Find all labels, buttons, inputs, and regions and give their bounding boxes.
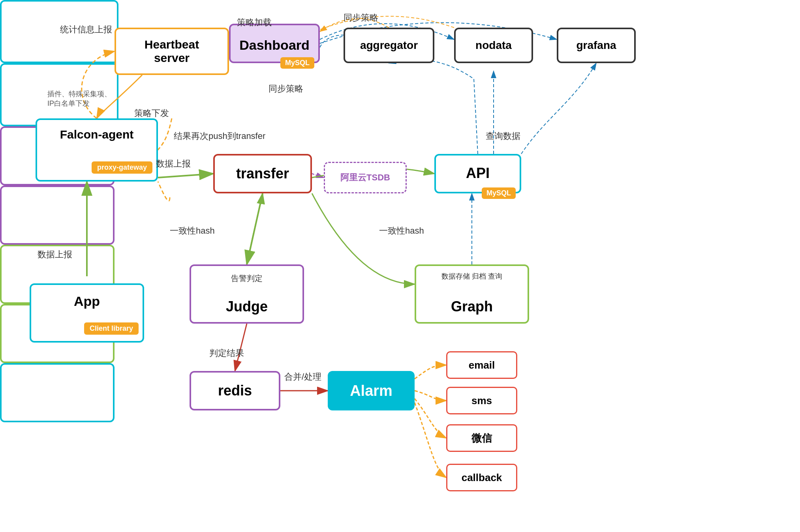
api-mysql-badge: MySQL — [482, 187, 516, 199]
email-node: email — [446, 351, 517, 379]
label-hebing: 合并/处理 — [284, 371, 321, 383]
aggregator-node: aggregator — [344, 28, 434, 63]
label-chaxun: 查询数据 — [486, 130, 520, 142]
judge-top-label: 告警判定 — [191, 273, 302, 284]
transfer-node: transfer — [213, 154, 312, 193]
nodata-node: nodata — [454, 28, 533, 63]
label-panding: 判定结果 — [209, 347, 244, 359]
client-library-badge: Client library — [84, 322, 139, 335]
api-label: API — [466, 162, 490, 182]
judge-label: Judge — [226, 298, 268, 315]
falcon-agent-node: Falcon-agent proxy-gateway — [36, 118, 158, 182]
proxy-gateway-badge: proxy-gateway — [92, 161, 152, 174]
label-yizhi1: 一致性hash — [170, 225, 215, 237]
callback-node: callback — [446, 464, 517, 491]
label-yizhi2: 一致性hash — [379, 225, 424, 237]
label-tongbu2: 同步策略 — [269, 83, 303, 95]
callback-label: callback — [462, 472, 502, 484]
judge-back1 — [0, 185, 115, 245]
redis-label: redis — [218, 382, 252, 399]
sms-node: sms — [446, 387, 517, 414]
label-data-shangbao2: 数据上报 — [38, 249, 72, 260]
transfer-label: transfer — [236, 165, 289, 182]
falcon-agent-label: Falcon-agent — [60, 128, 134, 141]
alarm-label: Alarm — [350, 382, 392, 399]
graph-node: 数据存储 归档 查询 Graph — [415, 264, 529, 324]
app-node: App Client library — [30, 283, 144, 343]
aliyun-tsdb-label: 阿里云TSDB — [340, 172, 390, 184]
dashboard-mysql-badge: MySQL — [280, 57, 314, 69]
weixin-label: 微信 — [471, 431, 492, 445]
api-node: API MySQL — [434, 154, 521, 193]
label-data-shangbao1: 数据上报 — [156, 158, 191, 170]
app-label: App — [74, 294, 100, 309]
label-tongbu1: 同步策略 — [344, 12, 378, 24]
graph-top-label: 数据存储 归档 查询 — [416, 272, 528, 281]
aggregator-label: aggregator — [360, 39, 418, 52]
heartbeat-label: Heartbeat server — [145, 38, 199, 65]
label-celue-xiafa: 策略下发 — [134, 107, 169, 119]
grafana-node: grafana — [557, 28, 636, 63]
judge-node: 告警判定 Judge — [190, 264, 304, 324]
grafana-label: grafana — [576, 39, 616, 52]
sms-label: sms — [471, 395, 492, 407]
label-jieguo-push: 结果再次push到transfer — [174, 130, 265, 142]
label-tongji: 统计信息上报 — [60, 24, 112, 36]
graph-label: Graph — [451, 298, 493, 315]
alarm-node: Alarm — [328, 371, 415, 410]
weixin-node: 微信 — [446, 424, 517, 452]
email-label: email — [469, 359, 495, 371]
aliyun-tsdb-node: 阿里云TSDB — [324, 162, 407, 193]
label-chajian: 插件、特殊采集项、 IP白名单下发 — [47, 81, 111, 108]
heartbeat-server-node: Heartbeat server — [115, 28, 229, 75]
nodata-label: nodata — [475, 39, 512, 52]
app-back1 — [0, 363, 115, 422]
redis-node: redis — [190, 371, 280, 410]
dashboard-label: Dashboard — [239, 34, 310, 53]
label-celue-jiazai: 策略加载 — [237, 17, 272, 28]
dashboard-node: Dashboard MySQL — [229, 24, 320, 63]
